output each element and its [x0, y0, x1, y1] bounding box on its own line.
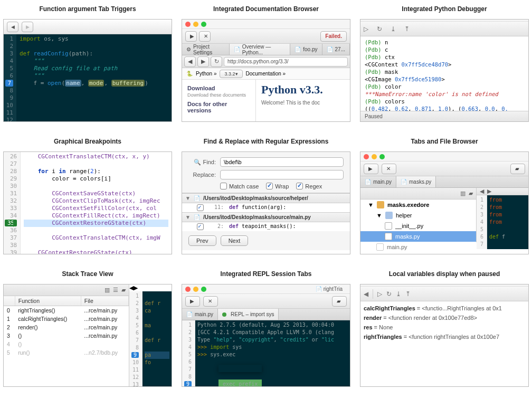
feature-title-7: Stack Trace View: [3, 270, 172, 278]
run-button[interactable]: ▶: [185, 296, 200, 307]
traffic-zoom-icon[interactable]: [379, 154, 385, 159]
repl-output[interactable]: Python 2.7.5 (default, Aug 25 2013, 00:0…: [195, 320, 350, 386]
browser-forward[interactable]: ▶: [197, 56, 209, 67]
continue-icon[interactable]: ▷: [364, 25, 368, 33]
tab-project-settings[interactable]: ⚙ Project Settings: [182, 44, 230, 55]
nav-back[interactable]: ◀: [129, 284, 134, 291]
browser-back[interactable]: ◀: [184, 56, 196, 67]
tab-main-py[interactable]: 📄 main.py: [182, 309, 218, 320]
play-button[interactable]: ▶: [185, 31, 197, 42]
nav-fwd[interactable]: ▶: [134, 284, 138, 291]
sidebar-download[interactable]: Download: [187, 85, 250, 91]
find-input[interactable]: [220, 157, 344, 167]
editor-right[interactable]: from from from from def f: [487, 195, 528, 249]
feature-title-2: Integrated Documentation Browser: [182, 5, 350, 13]
file-tree[interactable]: ▥▰ ▼masks.exedore ▼helper __init__.py ma…: [360, 188, 477, 242]
folder-icon[interactable]: ▥: [460, 190, 466, 197]
find-label: 🔍 Find:: [188, 159, 216, 166]
repl-status-icon: [222, 312, 226, 317]
tab-overview[interactable]: 📄 Overview — Python...: [230, 44, 291, 55]
tag-icon[interactable]: ▰: [121, 287, 126, 293]
stack-frame-row[interactable]: 2render()...rce/main.py: [4, 323, 129, 331]
file-tab-main[interactable]: 📄 main.py: [360, 176, 396, 187]
traffic-zoom-icon[interactable]: [201, 22, 206, 27]
next-button[interactable]: Next: [221, 235, 249, 246]
replace-input[interactable]: [220, 170, 344, 179]
traffic-minimize-icon[interactable]: [372, 154, 377, 159]
traffic-minimize-icon[interactable]: [193, 287, 198, 292]
screenshot-breakpoints: 262728 293031 323334 35 363738 394041 CG…: [3, 151, 172, 254]
browser-reload[interactable]: ↻: [211, 56, 222, 67]
step-in-icon[interactable]: ⤓: [396, 290, 401, 298]
arg-placeholder-mode[interactable]: mode: [88, 80, 104, 87]
traffic-close-icon[interactable]: [364, 154, 369, 159]
stack-frame-row[interactable]: 0rightTriangles()...rce/main.py: [4, 306, 129, 315]
feature-title-8: Integrated REPL Session Tabs: [182, 270, 350, 278]
nav-back-button[interactable]: ◀: [7, 22, 18, 32]
file-tab-masks[interactable]: 📄 masks.py: [396, 176, 436, 187]
step-icon[interactable]: ↻: [377, 25, 382, 33]
version-select[interactable]: 3.3.2 ▾: [220, 70, 242, 78]
gutter-breakpoints[interactable]: 262728 293031 323334 35 363738 394041: [4, 152, 21, 254]
tag-button[interactable]: ▰: [510, 164, 525, 174]
nav-fwd[interactable]: ▶: [487, 188, 491, 195]
step-out-icon[interactable]: ⤒: [405, 290, 411, 298]
step-out-icon[interactable]: ⤒: [404, 25, 410, 33]
stack-code[interactable]: def r ca ma def r pa fo: [142, 291, 172, 387]
crumb-docs[interactable]: Documentation »: [246, 71, 286, 77]
stack-trace-table[interactable]: FunctionFile 0rightTriangles()...rce/mai…: [4, 296, 129, 357]
continue-icon[interactable]: ▷: [377, 290, 382, 298]
locals-list: calcRightTriangles = <functio...RightTri…: [360, 301, 528, 344]
back-icon[interactable]: ◀: [364, 290, 368, 298]
feature-title-3: Integrated Python Debugger: [360, 5, 529, 13]
stop-button[interactable]: ✕: [199, 31, 211, 42]
result-file-1[interactable]: ▼📄/Users/itod/Desktop/masks/source/helpe…: [182, 193, 350, 203]
step-in-icon[interactable]: ⤓: [391, 25, 396, 33]
code-editor[interactable]: import os, sys def readConfig(path): """…: [16, 34, 172, 121]
autocomplete-popup[interactable]: exec_prefix executable: [218, 365, 262, 372]
arg-placeholder-buffering[interactable]: buffering: [111, 80, 145, 87]
stack-frame-row[interactable]: 3()...rce/main.py: [4, 331, 129, 340]
folder-icon[interactable]: ▥: [104, 287, 110, 293]
stack-frame-row[interactable]: 1calcRightTriangles()...rce/main.py: [4, 315, 129, 323]
result-line-2[interactable]: 2: def teapoint_masks():: [182, 222, 350, 231]
screenshot-repl: 📄 rightTria ▶ ✕ ▰ 📄 main.py REPL – impor…: [182, 284, 350, 387]
wrap-checkbox[interactable]: Wrap: [266, 183, 289, 189]
regex-checkbox[interactable]: Regex: [296, 183, 322, 189]
match-case-checkbox[interactable]: Match case: [220, 183, 259, 189]
traffic-minimize-icon[interactable]: [193, 22, 198, 27]
crumb-python[interactable]: Python »: [196, 71, 216, 77]
autocomplete-item-selected[interactable]: exec_prefix: [218, 379, 262, 387]
arg-placeholder-name[interactable]: name: [65, 80, 81, 87]
run-button[interactable]: ▶: [364, 164, 378, 174]
screenshot-find-replace: 🔍 Find: Replace: Match case Wrap Regex ▼…: [182, 151, 350, 254]
tab-foo[interactable]: 📄 foo.py: [290, 44, 322, 55]
stop-button[interactable]: ✕: [203, 296, 218, 307]
code-editor-4[interactable]: CGContextTranslateCTM(ctx, x, y) for i i…: [21, 152, 172, 254]
nav-forward-button[interactable]: ▶: [22, 22, 33, 32]
traffic-close-icon[interactable]: [185, 22, 191, 27]
result-file-2[interactable]: ▼📄/Users/itod/Desktop/masks/source/main.…: [182, 212, 350, 222]
screenshot-locals: ◀ ▷ ↻ ⤓ ⤒ calcRightTriangles = <functio.…: [360, 284, 529, 387]
stop-button[interactable]: ✕: [382, 164, 396, 174]
nav-back[interactable]: ◀: [480, 188, 484, 195]
result-line-1[interactable]: 11: def function(arg):: [182, 203, 350, 212]
traffic-close-icon[interactable]: [185, 287, 191, 292]
step-icon[interactable]: ↻: [386, 290, 392, 298]
sidebar-other-versions[interactable]: Docs for other versions: [187, 101, 250, 113]
stack-frame-row[interactable]: 4(): [4, 340, 129, 348]
list-icon[interactable]: ☰: [113, 287, 118, 293]
tag-icon[interactable]: ▰: [469, 190, 473, 197]
url-field[interactable]: http://docs.python.org/3.3/: [224, 57, 348, 67]
stack-frame-row[interactable]: 5run()...n2.7/bdb.py: [4, 348, 129, 357]
prev-button[interactable]: Prev: [188, 235, 216, 246]
tab-repl[interactable]: REPL – import sys: [218, 309, 279, 320]
debugger-output[interactable]: (Pdb) n (Pdb) c (Pdb) ctx <CGContext 0x7…: [360, 36, 528, 111]
traffic-zoom-icon[interactable]: [201, 287, 206, 292]
breakpoint-marker[interactable]: 35: [5, 220, 17, 226]
tag-button[interactable]: ▰: [332, 296, 347, 307]
tab-more[interactable]: 📄 27...: [322, 44, 350, 55]
screenshot-stack-trace: ▥☰▰ FunctionFile 0rightTriangles()...rce…: [3, 284, 172, 387]
feature-title-6: Tabs and File Browser: [360, 138, 529, 145]
feature-title-1: Function argument Tab Triggers: [3, 5, 172, 13]
